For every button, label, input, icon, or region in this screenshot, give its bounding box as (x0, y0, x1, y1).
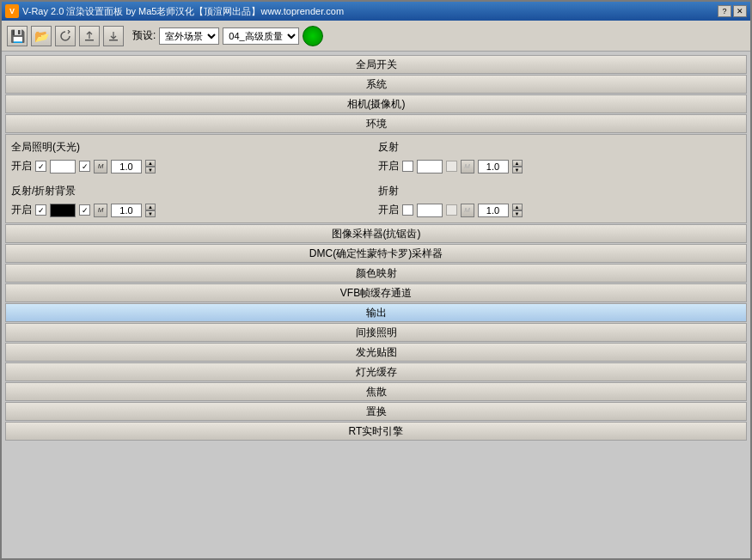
global-lighting-label: 开启 (11, 159, 32, 173)
refraction-spin: ▲ ▼ (512, 204, 523, 217)
refl-refr-bg-row: 开启 M ▲ ▼ (11, 203, 375, 217)
reflection-spin: ▲ ▼ (512, 160, 523, 173)
preset-quality-select[interactable]: 04_高级质量 (223, 27, 299, 45)
reflection-spin-down[interactable]: ▼ (512, 167, 523, 173)
main-content: 全局开关 系统 相机(摄像机) 环境 全局照明(天光) 开启 (2, 52, 750, 558)
refraction-multiplier[interactable] (478, 204, 509, 217)
global-lighting-checkbox[interactable] (35, 161, 46, 172)
refresh-button[interactable] (55, 26, 76, 46)
close-button[interactable]: ✕ (733, 5, 747, 17)
global-lighting-row: 开启 M ▲ ▼ (11, 159, 375, 173)
section-image-sampler[interactable]: 图像采样器(抗锯齿) (5, 224, 747, 243)
section-displacement[interactable]: 置换 (5, 402, 747, 421)
section-dmc[interactable]: DMC(确定性蒙特卡罗)采样器 (5, 244, 747, 263)
section-glow[interactable]: 发光贴图 (5, 343, 747, 362)
upload-button[interactable] (79, 26, 100, 46)
window-title: V-Ray 2.0 渲染设置面板 by Ma5老师汉化【顶渲网出品】www.to… (22, 5, 344, 18)
section-color-map[interactable]: 颜色映射 (5, 264, 747, 283)
section-light-cache[interactable]: 灯光缓存 (5, 362, 747, 381)
section-system[interactable]: 系统 (5, 75, 747, 94)
refraction-spin-down[interactable]: ▼ (512, 210, 523, 217)
refraction-override-checkbox[interactable] (446, 204, 457, 216)
reflection-map-btn[interactable]: M (461, 160, 474, 173)
main-window: V V-Ray 2.0 渲染设置面板 by Ma5老师汉化【顶渲网出品】www.… (0, 0, 752, 560)
title-bar: V V-Ray 2.0 渲染设置面板 by Ma5老师汉化【顶渲网出品】www.… (2, 2, 750, 21)
global-lighting-override-checkbox[interactable] (79, 161, 90, 172)
help-button[interactable]: ? (718, 5, 731, 17)
preset-label: 预设: (132, 28, 156, 43)
global-lighting-spin-up[interactable]: ▲ (145, 160, 156, 167)
refl-refr-bg-override-checkbox[interactable] (79, 204, 90, 216)
global-lighting-color[interactable] (50, 160, 76, 173)
download-button[interactable] (103, 26, 124, 46)
global-lighting-map-btn[interactable]: M (94, 160, 107, 173)
reflection-override-checkbox[interactable] (446, 161, 457, 172)
svg-rect-1 (109, 40, 118, 41)
refl-refr-bg-spin: ▲ ▼ (145, 204, 156, 217)
section-camera[interactable]: 相机(摄像机) (5, 94, 747, 113)
global-lighting-spin: ▲ ▼ (145, 160, 156, 173)
toolbar: 💾 📂 预设: 室外场景 04_高级质量 (2, 21, 750, 52)
refraction-row: 开启 M ▲ ▼ (378, 203, 742, 217)
svg-rect-0 (85, 40, 94, 41)
reflection-row: 开启 M ▲ ▼ (378, 159, 742, 173)
section-caustics[interactable]: 焦散 (5, 382, 747, 401)
refl-refr-bg-spin-down[interactable]: ▼ (145, 210, 156, 217)
refraction-title: 折射 (378, 184, 742, 198)
section-environment[interactable]: 环境 (5, 114, 747, 133)
reflection-label: 开启 (378, 159, 399, 173)
refl-refr-bg-spin-up[interactable]: ▲ (145, 204, 156, 210)
env-grid: 全局照明(天光) 开启 M ▲ ▼ (11, 140, 741, 217)
refraction-checkbox[interactable] (402, 204, 413, 216)
app-icon: V (5, 4, 19, 18)
global-lighting-multiplier[interactable] (111, 160, 142, 173)
global-lighting-title: 全局照明(天光) (11, 140, 375, 155)
refraction-label: 开启 (378, 203, 399, 217)
title-bar-left: V V-Ray 2.0 渲染设置面板 by Ma5老师汉化【顶渲网出品】www.… (5, 4, 344, 18)
render-go-button[interactable] (303, 26, 323, 46)
refl-refr-bg-label: 开启 (11, 203, 32, 217)
section-output[interactable]: 输出 (5, 303, 747, 322)
reflection-spin-up[interactable]: ▲ (512, 160, 523, 167)
env-right-panel: 反射 开启 M ▲ ▼ 折射 (378, 140, 742, 217)
save-button[interactable]: 💾 (7, 26, 28, 46)
env-left-panel: 全局照明(天光) 开启 M ▲ ▼ (11, 140, 375, 217)
preset-scene-select[interactable]: 室外场景 (159, 27, 219, 45)
reflection-color[interactable] (417, 160, 443, 173)
reflection-multiplier[interactable] (478, 160, 509, 173)
refl-refr-bg-color[interactable] (50, 204, 76, 217)
refraction-color[interactable] (417, 204, 443, 217)
refl-refr-bg-title: 反射/折射背景 (11, 184, 375, 198)
refraction-map-btn[interactable]: M (461, 204, 474, 217)
refraction-spin-up[interactable]: ▲ (512, 204, 523, 210)
global-lighting-spin-down[interactable]: ▼ (145, 167, 156, 173)
section-rt[interactable]: RT实时引擎 (5, 422, 747, 441)
section-global-switch[interactable]: 全局开关 (5, 55, 747, 74)
open-button[interactable]: 📂 (31, 26, 52, 46)
refl-refr-bg-checkbox[interactable] (35, 204, 46, 216)
title-bar-buttons: ? ✕ (718, 5, 747, 17)
refl-refr-bg-multiplier[interactable] (111, 204, 142, 217)
refl-refr-bg-map-btn[interactable]: M (94, 204, 107, 217)
environment-content: 全局照明(天光) 开启 M ▲ ▼ (5, 134, 747, 223)
section-indirect[interactable]: 间接照明 (5, 323, 747, 342)
reflection-checkbox[interactable] (402, 161, 413, 172)
section-vfb[interactable]: VFB帧缓存通道 (5, 283, 747, 302)
reflection-title: 反射 (378, 140, 742, 155)
